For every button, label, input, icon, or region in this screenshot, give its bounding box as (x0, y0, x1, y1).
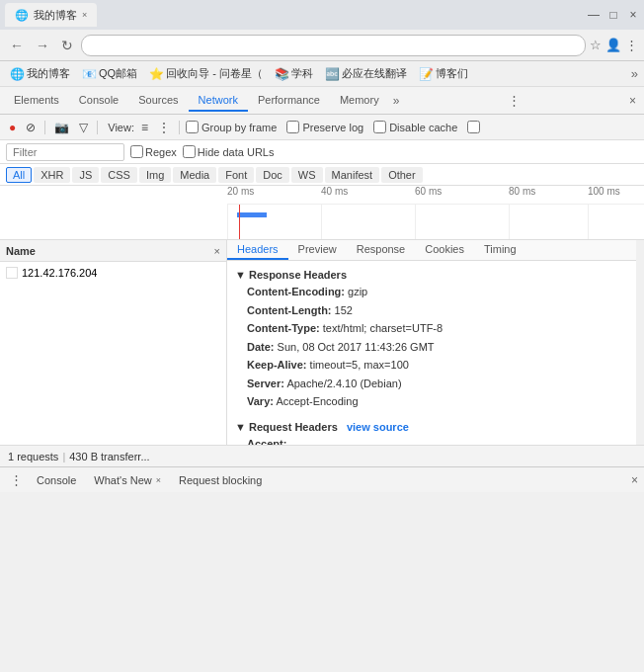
header-key: Server: (247, 378, 284, 389)
tab-close-btn[interactable]: × (82, 10, 87, 20)
tabs-more-btn[interactable]: » (389, 94, 404, 108)
type-doc-btn[interactable]: Doc (256, 167, 289, 183)
request-name: 121.42.176.204 (22, 267, 97, 279)
forward-btn[interactable]: → (32, 36, 53, 55)
bottom-menu-btn[interactable]: ⋮ (6, 472, 27, 487)
group-by-frame-check[interactable]: Group by frame (186, 121, 277, 133)
profile-icon[interactable]: 👤 (605, 38, 621, 52)
refresh-btn[interactable]: ↻ (57, 36, 77, 55)
type-xhr-btn[interactable]: XHR (34, 167, 70, 183)
view-source-link[interactable]: view source (347, 421, 409, 433)
tab-headers[interactable]: Headers (227, 240, 288, 260)
type-other-btn[interactable]: Other (381, 167, 423, 183)
devtools-menu-btn[interactable]: ⋮ (504, 93, 524, 108)
tab-performance[interactable]: Performance (248, 90, 330, 112)
bottom-tab-console[interactable]: Console (29, 472, 84, 488)
response-headers-title[interactable]: ▼ Response Headers (235, 265, 628, 283)
tab-sources[interactable]: Sources (128, 90, 188, 112)
bookmark-subject[interactable]: 📚 学科 (271, 65, 317, 82)
header-value: 152 (335, 304, 353, 316)
minimize-btn[interactable]: — (588, 9, 600, 21)
scrollbar[interactable] (636, 240, 644, 445)
hide-data-urls-input[interactable] (183, 145, 196, 158)
offline-check[interactable] (467, 121, 480, 133)
header-value: Apache/2.4.10 (Debian) (286, 378, 401, 389)
disable-cache-check[interactable]: Disable cache (373, 121, 457, 133)
bookmarks-more-btn[interactable]: » (631, 66, 638, 81)
tab-console[interactable]: Console (69, 90, 128, 112)
tab-bar-icons: — □ × (580, 9, 639, 21)
back-btn[interactable]: ← (6, 36, 28, 55)
main-pane: Name × 121.42.176.204 Headers Preview Re… (0, 240, 644, 445)
view-detail-btn[interactable]: ⋮ (155, 120, 173, 135)
bookmark-qq-label: QQ邮箱 (99, 66, 137, 81)
name-panel: Name × 121.42.176.204 (0, 240, 227, 445)
bookmark-blogs[interactable]: 📝 博客们 (415, 65, 472, 82)
preserve-log-check[interactable]: Preserve log (286, 121, 363, 133)
tab-response[interactable]: Response (347, 240, 416, 260)
translate-icon: 🔤 (325, 67, 340, 81)
tab-network[interactable]: Network (189, 90, 248, 112)
bottom-whatsnew-close[interactable]: × (156, 475, 161, 485)
browser-tab[interactable]: 🌐 我的博客 × (5, 3, 97, 27)
regex-check[interactable]: Regex (130, 145, 177, 158)
bookmark-myblog[interactable]: 🌐 我的博客 (6, 65, 74, 82)
list-item[interactable]: 121.42.176.204 (0, 262, 226, 284)
bookmark-translate[interactable]: 🔤 必应在线翻译 (321, 65, 411, 82)
maximize-btn[interactable]: □ (607, 9, 619, 21)
clear-btn[interactable]: ⊘ (23, 120, 39, 135)
type-img-btn[interactable]: Img (139, 167, 171, 183)
view-list-btn[interactable]: ≡ (138, 120, 151, 135)
tab-cookies[interactable]: Cookies (415, 240, 474, 260)
preserve-log-input[interactable] (286, 121, 299, 133)
status-transfer: 430 B transferr... (69, 451, 149, 462)
devtools-close-btn[interactable]: × (625, 94, 640, 108)
group-by-frame-input[interactable] (186, 121, 199, 133)
address-input[interactable] (81, 35, 586, 56)
close-btn[interactable]: × (627, 9, 639, 21)
tab-preview[interactable]: Preview (288, 240, 347, 260)
bottom-tabs: ⋮ Console What's New × Request blocking … (0, 466, 644, 492)
subject-icon: 📚 (275, 67, 289, 81)
regex-input[interactable] (130, 145, 143, 158)
type-js-btn[interactable]: JS (72, 167, 99, 183)
bottom-whatsnew-label: What's New (94, 474, 151, 486)
offline-input[interactable] (467, 121, 480, 133)
type-media-btn[interactable]: Media (173, 167, 216, 183)
bookmark-survey[interactable]: ⭐ 回收向导 - 问卷星（ (145, 65, 267, 82)
header-key: Accept: (247, 438, 286, 446)
bottom-tab-blocking[interactable]: Request blocking (171, 472, 270, 488)
type-manifest-btn[interactable]: Manifest (325, 167, 380, 183)
type-font-btn[interactable]: Font (218, 167, 254, 183)
bookmark-star-icon[interactable]: ☆ (590, 38, 602, 52)
response-headers-triangle: ▼ (235, 269, 246, 281)
record-btn[interactable]: ● (6, 120, 19, 135)
hide-data-urls-check[interactable]: Hide data URLs (183, 145, 275, 158)
bottom-close-btn[interactable]: × (631, 473, 638, 487)
filter-input[interactable] (6, 143, 124, 161)
request-headers-title[interactable]: ▼ Request Headers view source (235, 417, 628, 435)
timeline-labels: 20 ms 40 ms 60 ms 80 ms 100 ms (227, 186, 644, 204)
bookmark-qq[interactable]: 📧 QQ邮箱 (78, 65, 141, 82)
request-headers-triangle: ▼ (235, 421, 246, 433)
tab-memory[interactable]: Memory (330, 90, 389, 112)
header-key: Content-Type: (247, 322, 320, 334)
disable-cache-input[interactable] (373, 121, 386, 133)
bookmark-translate-label: 必应在线翻译 (342, 66, 407, 81)
timeline-label-60ms: 60 ms (415, 186, 442, 197)
filter-btn[interactable]: ▽ (76, 120, 91, 135)
camera-btn[interactable]: 📷 (51, 120, 72, 135)
timeline-label-40ms: 40 ms (321, 186, 348, 197)
gridline-3 (415, 205, 416, 240)
bottom-tab-whatsnew[interactable]: What's New × (86, 472, 169, 488)
type-all-btn[interactable]: All (6, 167, 32, 183)
type-css-btn[interactable]: CSS (101, 167, 137, 183)
name-panel-close-btn[interactable]: × (214, 245, 220, 257)
tab-favicon: 🌐 (15, 9, 29, 22)
menu-icon[interactable]: ⋮ (625, 38, 638, 52)
tab-timing[interactable]: Timing (474, 240, 526, 260)
type-ws-btn[interactable]: WS (291, 167, 323, 183)
tab-elements[interactable]: Elements (4, 90, 69, 112)
address-bar-row: ← → ↻ ☆ 👤 ⋮ (0, 30, 644, 61)
bookmark-survey-label: 回收向导 - 问卷星（ (166, 66, 263, 81)
